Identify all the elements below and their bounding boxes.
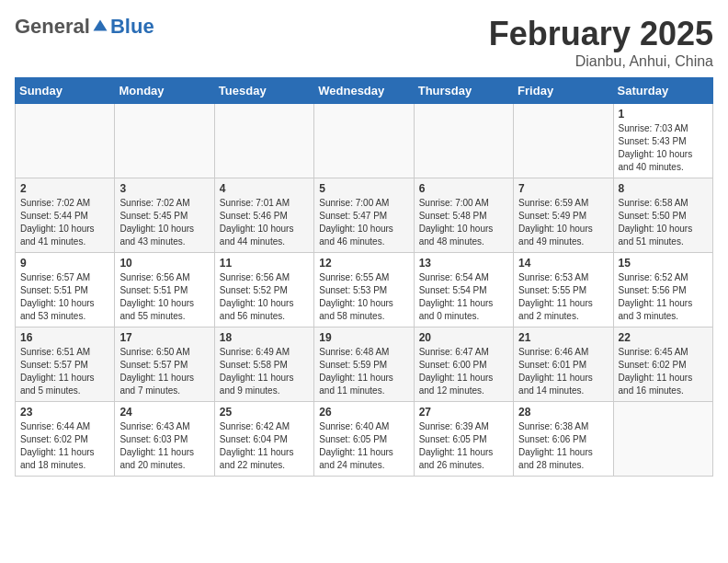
day-number: 10 (119, 257, 209, 270)
month-title: February 2025 (489, 15, 713, 53)
day-number: 17 (119, 331, 209, 344)
day-info: Sunrise: 6:42 AM Sunset: 6:04 PM Dayligh… (220, 420, 309, 472)
weekday-header: Monday (115, 78, 214, 104)
calendar-day-cell: 24Sunrise: 6:43 AM Sunset: 6:03 PM Dayli… (115, 402, 214, 477)
day-number: 5 (319, 182, 408, 195)
day-number: 28 (518, 406, 608, 419)
calendar-day-cell: 1Sunrise: 7:03 AM Sunset: 5:43 PM Daylig… (613, 104, 712, 178)
day-number: 2 (20, 182, 109, 195)
day-number: 26 (319, 406, 408, 419)
day-info: Sunrise: 6:59 AM Sunset: 5:49 PM Dayligh… (518, 197, 608, 248)
day-info: Sunrise: 6:39 AM Sunset: 6:05 PM Dayligh… (419, 420, 508, 472)
day-number: 1 (619, 108, 708, 121)
day-number: 18 (220, 331, 309, 344)
weekday-header: Saturday (613, 78, 712, 104)
day-number: 14 (518, 257, 608, 270)
calendar-day-cell: 21Sunrise: 6:46 AM Sunset: 6:01 PM Dayli… (514, 327, 613, 402)
day-number: 3 (119, 182, 209, 195)
calendar-day-cell: 15Sunrise: 6:52 AM Sunset: 5:56 PM Dayli… (613, 253, 712, 327)
weekday-header: Thursday (414, 78, 513, 104)
calendar-day-cell: 12Sunrise: 6:55 AM Sunset: 5:53 PM Dayli… (314, 253, 414, 327)
day-info: Sunrise: 6:48 AM Sunset: 5:59 PM Dayligh… (319, 346, 408, 397)
day-number: 4 (220, 182, 309, 195)
calendar-day-cell: 11Sunrise: 6:56 AM Sunset: 5:52 PM Dayli… (214, 253, 313, 327)
calendar-day-cell: 5Sunrise: 7:00 AM Sunset: 5:47 PM Daylig… (314, 178, 414, 253)
calendar-day-cell (613, 402, 712, 477)
day-info: Sunrise: 7:02 AM Sunset: 5:44 PM Dayligh… (20, 197, 109, 248)
logo-icon (92, 18, 108, 35)
calendar-week-row: 16Sunrise: 6:51 AM Sunset: 5:57 PM Dayli… (16, 327, 713, 402)
calendar-day-cell: 18Sunrise: 6:49 AM Sunset: 5:58 PM Dayli… (214, 327, 313, 402)
day-number: 25 (220, 406, 309, 419)
calendar-day-cell: 28Sunrise: 6:38 AM Sunset: 6:06 PM Dayli… (514, 402, 613, 477)
day-info: Sunrise: 6:51 AM Sunset: 5:57 PM Dayligh… (20, 346, 109, 397)
location: Dianbu, Anhui, China (489, 53, 713, 70)
day-info: Sunrise: 6:56 AM Sunset: 5:52 PM Dayligh… (220, 271, 309, 323)
calendar-day-cell: 4Sunrise: 7:01 AM Sunset: 5:46 PM Daylig… (214, 178, 313, 253)
day-number: 12 (319, 257, 408, 270)
calendar-day-cell (414, 104, 513, 178)
day-info: Sunrise: 6:50 AM Sunset: 5:57 PM Dayligh… (119, 346, 209, 397)
day-number: 8 (619, 182, 708, 195)
calendar-day-cell: 17Sunrise: 6:50 AM Sunset: 5:57 PM Dayli… (115, 327, 214, 402)
calendar-day-cell: 19Sunrise: 6:48 AM Sunset: 5:59 PM Dayli… (314, 327, 414, 402)
calendar-week-row: 1Sunrise: 7:03 AM Sunset: 5:43 PM Daylig… (16, 104, 713, 178)
calendar-day-cell: 7Sunrise: 6:59 AM Sunset: 5:49 PM Daylig… (514, 178, 613, 253)
calendar-day-cell: 3Sunrise: 7:02 AM Sunset: 5:45 PM Daylig… (115, 178, 214, 253)
weekday-header: Friday (514, 78, 613, 104)
day-info: Sunrise: 6:54 AM Sunset: 5:54 PM Dayligh… (419, 271, 508, 323)
day-info: Sunrise: 6:57 AM Sunset: 5:51 PM Dayligh… (20, 271, 109, 323)
day-info: Sunrise: 7:00 AM Sunset: 5:47 PM Dayligh… (319, 197, 408, 248)
day-info: Sunrise: 6:38 AM Sunset: 6:06 PM Dayligh… (518, 420, 608, 472)
day-info: Sunrise: 7:03 AM Sunset: 5:43 PM Dayligh… (619, 122, 708, 174)
calendar-day-cell: 6Sunrise: 7:00 AM Sunset: 5:48 PM Daylig… (414, 178, 513, 253)
day-info: Sunrise: 6:53 AM Sunset: 5:55 PM Dayligh… (518, 271, 608, 323)
svg-marker-0 (93, 20, 107, 31)
calendar-day-cell: 13Sunrise: 6:54 AM Sunset: 5:54 PM Dayli… (414, 253, 513, 327)
day-info: Sunrise: 7:00 AM Sunset: 5:48 PM Dayligh… (419, 197, 508, 248)
logo-general: General (15, 15, 90, 39)
calendar-day-cell: 20Sunrise: 6:47 AM Sunset: 6:00 PM Dayli… (414, 327, 513, 402)
weekday-header: Wednesday (314, 78, 414, 104)
calendar-day-cell (214, 104, 313, 178)
calendar-header-row: SundayMondayTuesdayWednesdayThursdayFrid… (16, 78, 713, 104)
day-info: Sunrise: 7:01 AM Sunset: 5:46 PM Dayligh… (220, 197, 309, 248)
calendar-day-cell (16, 104, 115, 178)
calendar-day-cell: 26Sunrise: 6:40 AM Sunset: 6:05 PM Dayli… (314, 402, 414, 477)
day-info: Sunrise: 6:47 AM Sunset: 6:00 PM Dayligh… (419, 346, 508, 397)
day-info: Sunrise: 6:43 AM Sunset: 6:03 PM Dayligh… (119, 420, 209, 472)
calendar-day-cell: 8Sunrise: 6:58 AM Sunset: 5:50 PM Daylig… (613, 178, 712, 253)
day-number: 7 (518, 182, 608, 195)
calendar-week-row: 2Sunrise: 7:02 AM Sunset: 5:44 PM Daylig… (16, 178, 713, 253)
day-number: 27 (419, 406, 508, 419)
day-number: 23 (20, 406, 109, 419)
calendar-day-cell: 27Sunrise: 6:39 AM Sunset: 6:05 PM Dayli… (414, 402, 513, 477)
calendar-day-cell (514, 104, 613, 178)
day-info: Sunrise: 6:45 AM Sunset: 6:02 PM Dayligh… (619, 346, 708, 397)
day-number: 20 (419, 331, 508, 344)
page-header: General Blue February 2025 Dianbu, Anhui… (15, 15, 713, 70)
day-info: Sunrise: 6:44 AM Sunset: 6:02 PM Dayligh… (20, 420, 109, 472)
day-number: 9 (20, 257, 109, 270)
day-number: 16 (20, 331, 109, 344)
calendar-day-cell (115, 104, 214, 178)
calendar-table: SundayMondayTuesdayWednesdayThursdayFrid… (15, 77, 713, 477)
calendar-day-cell: 2Sunrise: 7:02 AM Sunset: 5:44 PM Daylig… (16, 178, 115, 253)
day-number: 13 (419, 257, 508, 270)
calendar-day-cell: 22Sunrise: 6:45 AM Sunset: 6:02 PM Dayli… (613, 327, 712, 402)
day-number: 11 (220, 257, 309, 270)
calendar-day-cell: 23Sunrise: 6:44 AM Sunset: 6:02 PM Dayli… (16, 402, 115, 477)
day-number: 19 (319, 331, 408, 344)
day-info: Sunrise: 6:58 AM Sunset: 5:50 PM Dayligh… (619, 197, 708, 248)
day-info: Sunrise: 6:52 AM Sunset: 5:56 PM Dayligh… (619, 271, 708, 323)
day-number: 24 (119, 406, 209, 419)
day-number: 6 (419, 182, 508, 195)
logo-blue: Blue (110, 15, 154, 39)
calendar-week-row: 9Sunrise: 6:57 AM Sunset: 5:51 PM Daylig… (16, 253, 713, 327)
day-info: Sunrise: 6:46 AM Sunset: 6:01 PM Dayligh… (518, 346, 608, 397)
day-info: Sunrise: 6:56 AM Sunset: 5:51 PM Dayligh… (119, 271, 209, 323)
calendar-day-cell (314, 104, 414, 178)
day-info: Sunrise: 7:02 AM Sunset: 5:45 PM Dayligh… (119, 197, 209, 248)
logo: General Blue (15, 15, 154, 39)
calendar-day-cell: 10Sunrise: 6:56 AM Sunset: 5:51 PM Dayli… (115, 253, 214, 327)
